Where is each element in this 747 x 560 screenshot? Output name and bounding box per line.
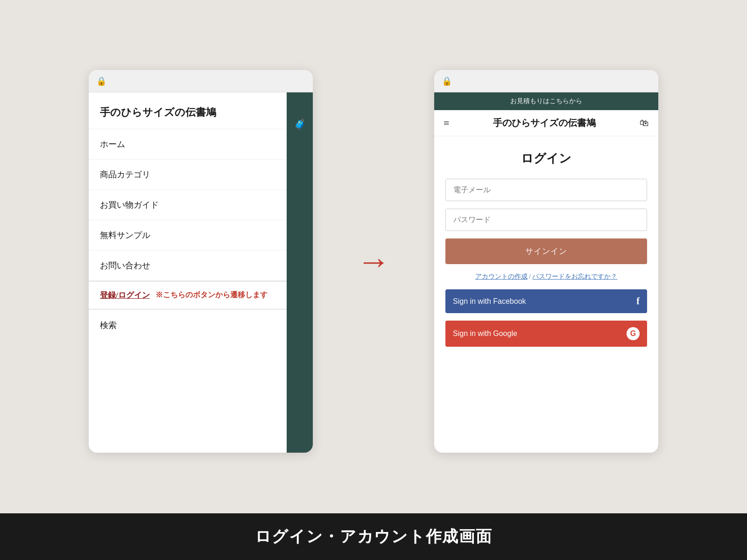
bag-strip-icon: 🧳 bbox=[294, 119, 306, 131]
left-phone-mock: 🔒 手のひらサイズの伝書鳩 × ホーム 商品カテゴリ お買い物ガイド 無料サンプ… bbox=[89, 70, 313, 453]
arrow-symbol: → bbox=[357, 245, 390, 278]
google-signin-button[interactable]: Sign in with Google G bbox=[445, 321, 647, 347]
top-banner: お見積もりはこちらから bbox=[434, 92, 658, 110]
menu-item-search[interactable]: 検索 bbox=[89, 309, 313, 341]
right-phone-mock: 🔒 お見積もりはこちらから ≡ 手のひらサイズの伝書鳩 🛍 ログイン サインイン… bbox=[434, 70, 658, 453]
cart-icon[interactable]: 🛍 bbox=[640, 118, 649, 128]
menu-panel: 手のひらサイズの伝書鳩 × ホーム 商品カテゴリ お買い物ガイド 無料サンプル … bbox=[89, 92, 313, 453]
login-heading: ログイン bbox=[445, 150, 647, 167]
navigation-arrow: → bbox=[350, 245, 397, 278]
create-account-link[interactable]: アカウントの作成 bbox=[475, 273, 528, 280]
menu-item-login[interactable]: 登録/ログイン ※こちらのボタンから遷移します bbox=[89, 281, 313, 309]
bottom-bar: ログイン・アカウント作成画面 bbox=[0, 513, 747, 560]
right-strip-panel: 🧳 bbox=[287, 92, 313, 453]
menu-item-sample[interactable]: 無料サンプル bbox=[89, 220, 313, 251]
facebook-button-label: Sign in with Facebook bbox=[453, 297, 526, 306]
menu-item-home[interactable]: ホーム bbox=[89, 129, 313, 160]
login-note-text: ※こちらのボタンから遷移します bbox=[155, 290, 268, 300]
account-links: アカウントの作成 / パスワードをお忘れですか？ bbox=[445, 272, 647, 282]
hamburger-icon[interactable]: ≡ bbox=[444, 117, 449, 129]
facebook-signin-button[interactable]: Sign in with Facebook f bbox=[445, 289, 647, 313]
menu-header: 手のひらサイズの伝書鳩 × bbox=[89, 92, 313, 129]
login-panel: ログイン サインイン アカウントの作成 / パスワードをお忘れですか？ Sign… bbox=[434, 136, 658, 356]
right-address-bar: 🔒 bbox=[434, 70, 658, 92]
right-header: ≡ 手のひらサイズの伝書鳩 🛍 bbox=[434, 110, 658, 136]
right-lock-icon: 🔒 bbox=[442, 76, 452, 86]
lock-icon: 🔒 bbox=[96, 76, 106, 86]
forgot-password-link[interactable]: パスワードをお忘れですか？ bbox=[532, 273, 617, 280]
email-input[interactable] bbox=[445, 179, 647, 201]
signin-button[interactable]: サインイン bbox=[445, 238, 647, 264]
left-address-bar: 🔒 bbox=[89, 70, 313, 92]
menu-item-category[interactable]: 商品カテゴリ bbox=[89, 160, 313, 190]
facebook-f-icon: f bbox=[636, 296, 640, 307]
menu-title: 手のひらサイズの伝書鳩 bbox=[100, 105, 216, 119]
right-site-title: 手のひらサイズの伝書鳩 bbox=[493, 117, 596, 129]
menu-item-guide[interactable]: お買い物ガイド bbox=[89, 190, 313, 220]
google-g-icon: G bbox=[627, 327, 640, 340]
menu-item-contact[interactable]: お問い合わせ bbox=[89, 251, 313, 281]
password-input[interactable] bbox=[445, 209, 647, 231]
google-button-label: Sign in with Google bbox=[453, 329, 517, 338]
bottom-title: ログイン・アカウント作成画面 bbox=[255, 526, 493, 547]
login-link-text[interactable]: 登録/ログイン bbox=[100, 290, 150, 301]
